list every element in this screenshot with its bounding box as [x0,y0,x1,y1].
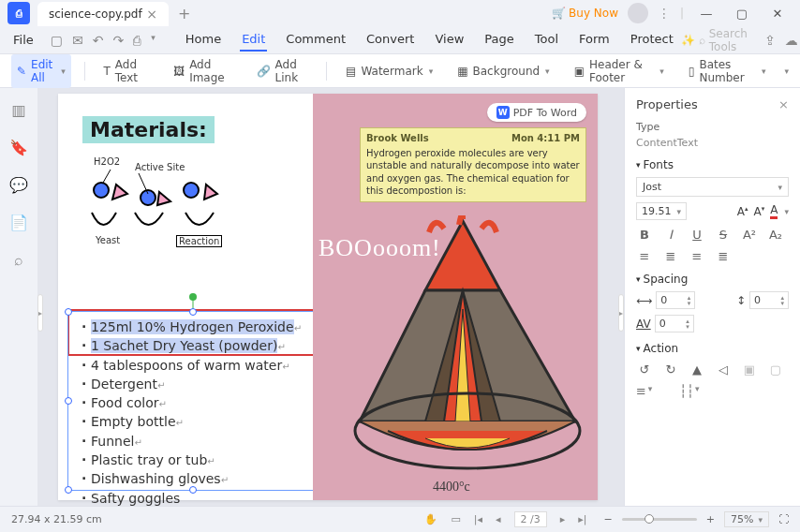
hand-tool-icon[interactable]: ✋ [424,513,437,525]
add-text-button[interactable]: TAdd Text [97,54,155,88]
new-tab-button[interactable]: + [169,5,200,22]
char-spacing-input[interactable]: ⟷0▴▾ [636,291,695,309]
fit-page-icon[interactable]: ⛶ [778,513,789,525]
underline-button[interactable]: U [689,228,705,242]
tab-form[interactable]: Form [577,28,612,52]
distribute-button[interactable]: ┆┆▾ [681,384,698,398]
page-indicator[interactable]: 2 /3 [514,511,547,527]
align-justify-button[interactable]: ≣ [715,249,732,263]
last-page-button[interactable]: ▸| [578,513,586,525]
mail-icon[interactable]: ✉ [72,33,83,48]
tab-view[interactable]: View [433,28,466,52]
resize-handle[interactable] [65,397,72,405]
zoom-select[interactable]: 75%▾ [724,511,769,527]
properties-close-icon[interactable]: × [778,97,789,111]
increase-font-icon[interactable]: A▴ [737,205,748,218]
document-tab[interactable]: science-copy.pdf × [37,2,169,26]
decrease-font-icon[interactable]: A▾ [754,205,765,218]
tab-tool[interactable]: Tool [533,28,560,52]
kerning-input[interactable]: AV0▴▾ [636,315,694,332]
add-link-button[interactable]: 🔗Add Link [251,54,314,88]
materials-list[interactable]: 125ml 10% Hydrogen Peroxide↵ 1 Sachet Dr… [68,312,318,506]
prev-page-button[interactable]: ◂ [496,513,501,525]
edit-all-button[interactable]: ✎ Edit All ▾ [11,54,71,88]
tab-page[interactable]: Page [482,28,515,52]
flip-h-button[interactable]: ◁ [715,362,732,377]
resize-handle[interactable] [65,486,72,494]
font-color-icon[interactable]: A [770,203,778,219]
rotate-cw-button[interactable]: ↻ [662,362,679,377]
superscript-button[interactable]: A² [741,228,758,242]
thumbnails-icon[interactable]: ▥ [10,101,27,118]
align-objects-button[interactable]: ≡▾ [636,384,653,398]
crop-button[interactable]: ▣ [741,362,758,377]
more-menu[interactable]: ⋮ [658,6,671,21]
text-selection[interactable]: 125ml 10% Hydrogen Peroxide↵ 1 Sachet Dr… [67,311,319,491]
background-button[interactable]: ▦Background▾ [452,61,555,81]
add-image-button[interactable]: 🖼Add Image [168,54,237,88]
minimize-button[interactable]: — [693,3,719,23]
watermark-button[interactable]: ▤Watermark▾ [340,61,438,81]
next-page-button[interactable]: ▸ [560,513,566,525]
list-item: Safty goggles [81,489,304,506]
search-tools[interactable]: ✨ ⌕ Search Tools [681,27,748,53]
line-spacing-input[interactable]: ↕0▴▾ [736,291,789,309]
file-menu[interactable]: File [9,33,37,47]
zoom-out-button[interactable]: − [604,513,613,525]
font-family-select[interactable]: Jost▾ [636,177,789,197]
bookmark-icon[interactable]: 🔖 [10,139,27,155]
font-size-select[interactable]: 19.51▾ [636,202,687,220]
strikethrough-button[interactable]: S [715,228,732,242]
tab-close-button[interactable]: × [142,7,161,22]
italic-button[interactable]: I [662,228,679,242]
close-button[interactable]: ✕ [764,3,791,23]
section-action[interactable]: Action [636,342,789,355]
avatar[interactable] [628,3,648,23]
resize-handle[interactable] [65,308,72,316]
align-right-button[interactable]: ≡ [689,249,705,263]
header-footer-button[interactable]: ▣Header & Footer▾ [569,54,670,88]
zoom-thumb[interactable] [644,514,654,524]
buy-now-link[interactable]: 🛒 Buy Now [552,7,618,20]
redo-icon[interactable]: ↷ [112,33,124,48]
left-panel-collapse-handle[interactable]: ▸ [37,294,43,332]
bates-number-button[interactable]: ▯Bates Number▾ [683,54,772,88]
tab-convert[interactable]: Convert [364,28,416,52]
align-center-button[interactable]: ≣ [662,249,679,263]
maximize-button[interactable]: ▢ [729,3,755,23]
section-fonts[interactable]: Fonts [636,158,789,171]
replace-button[interactable]: ▢ [767,362,784,377]
search-panel-icon[interactable]: ⌕ [10,251,27,268]
zoom-slider[interactable] [622,518,697,521]
bold-button[interactable]: B [636,228,653,242]
label-active-site: Active Site [135,162,185,172]
text-icon: T [103,65,110,78]
overflow-chevron-icon[interactable]: ▾ [784,66,789,76]
resize-handle[interactable] [189,308,197,316]
comment-popup[interactable]: Brook Wells Mon 4:11 PM Hydrogen peroxid… [360,127,586,202]
first-page-button[interactable]: |◂ [474,513,482,525]
tab-edit[interactable]: Edit [240,28,267,52]
pdf-to-word-button[interactable]: W PDF To Word [487,103,586,122]
right-panel-collapse-handle[interactable]: ▸ [618,294,624,332]
zoom-in-button[interactable]: + [706,513,715,525]
comment-icon[interactable]: 💬 [10,176,27,193]
tab-home[interactable]: Home [184,28,223,52]
tab-protect[interactable]: Protect [629,28,675,52]
attachment-icon[interactable]: 📄 [10,214,27,230]
svg-marker-5 [204,185,217,200]
open-icon[interactable]: ▢ [51,33,63,48]
read-mode-icon[interactable]: ▭ [451,513,460,525]
section-spacing[interactable]: Spacing [636,273,789,286]
print-options-chevron-icon[interactable]: ▾ [151,33,156,48]
cloud-icon[interactable]: ☁ [785,33,798,48]
canvas[interactable]: ▸ ▸ Materials: [37,88,624,506]
rotate-ccw-button[interactable]: ↺ [636,362,653,377]
subscript-button[interactable]: A₂ [767,228,784,242]
tab-comment[interactable]: Comment [284,28,348,52]
undo-icon[interactable]: ↶ [93,33,104,48]
share-icon[interactable]: ⇪ [764,33,776,48]
print-icon[interactable]: ⎙ [133,33,141,48]
flip-v-button[interactable]: ▲ [689,362,705,377]
align-left-button[interactable]: ≡ [636,249,653,263]
